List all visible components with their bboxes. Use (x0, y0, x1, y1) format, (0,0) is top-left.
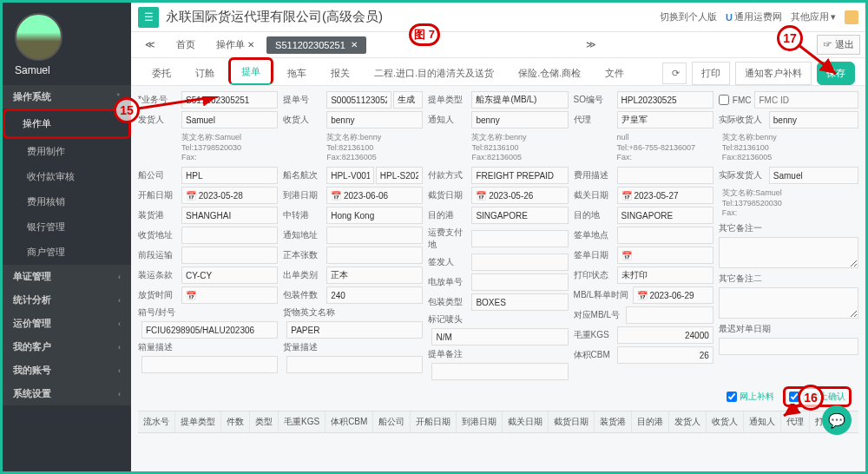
input-telex[interactable] (471, 273, 568, 291)
fmc-checkbox[interactable] (719, 95, 729, 105)
input-fmcid[interactable] (754, 91, 858, 109)
input-deltime[interactable] (181, 286, 278, 304)
notification-icon[interactable] (845, 10, 858, 24)
input-blno-b[interactable] (393, 91, 423, 109)
input-notifyaddr[interactable] (326, 227, 423, 244)
switch-personal-link[interactable]: 切换到个人版 (660, 10, 717, 23)
th-毛重KGS[interactable]: 毛重KGS (279, 411, 326, 432)
th-船公司[interactable]: 船公司 (373, 411, 411, 432)
input-signplace[interactable] (617, 227, 713, 244)
input-terms[interactable] (181, 267, 278, 284)
input-actcnee[interactable] (769, 111, 858, 128)
input-freightpay[interactable] (471, 230, 568, 247)
input-issuetype[interactable] (326, 267, 423, 284)
input-mblfree[interactable] (633, 286, 713, 304)
input-mblmatch[interactable] (626, 306, 713, 324)
input-pkgtype[interactable] (471, 293, 568, 311)
input-signdate[interactable] (617, 247, 713, 264)
other-apps-link[interactable]: 其他应用▾ (791, 10, 836, 23)
nav-item-payment-audit[interactable]: 收付款审核 (3, 164, 131, 189)
input-cntr[interactable] (141, 321, 278, 339)
nav-group-stats[interactable]: 统计分析‹ (3, 288, 131, 312)
input-actshpr[interactable] (769, 167, 858, 184)
ubao-link[interactable]: U通用运费网 (726, 10, 782, 23)
th-截关日期[interactable]: 截关日期 (503, 411, 549, 432)
input-carrier[interactable] (181, 167, 278, 184)
chat-fab[interactable]: 💬 (822, 405, 852, 435)
input-cargodesc[interactable] (286, 356, 423, 373)
input-pod[interactable] (471, 207, 568, 224)
input-agent[interactable] (617, 111, 713, 128)
input-signer[interactable] (471, 253, 568, 271)
input-blno-a[interactable] (326, 91, 391, 109)
input-goodsen[interactable] (286, 321, 423, 339)
nav-item-fee-make[interactable]: 费用制作 (3, 139, 131, 164)
input-pol[interactable] (181, 207, 278, 224)
input-notify[interactable] (471, 111, 568, 128)
input-so[interactable] (617, 91, 713, 109)
input-cutoff[interactable] (471, 187, 568, 204)
th-到港日期[interactable]: 到港日期 (457, 411, 503, 432)
nav-item-bank[interactable]: 银行管理 (3, 214, 131, 240)
nav-item-fee-writeoff[interactable]: 费用核销 (3, 189, 131, 214)
th-体积CBM[interactable]: 体积CBM (326, 411, 373, 432)
input-cntrdesc[interactable] (141, 356, 278, 373)
th-截货日期[interactable]: 截货日期 (549, 411, 595, 432)
print-button[interactable]: 打印 (692, 62, 730, 85)
th-目的港[interactable]: 目的港 (632, 411, 669, 432)
close-icon[interactable]: ✕ (247, 40, 254, 49)
input-rem1[interactable] (719, 237, 858, 268)
tab-nav-last[interactable]: ≫ (577, 36, 605, 54)
th-类型[interactable]: 类型 (250, 411, 279, 432)
input-printst[interactable] (617, 267, 713, 284)
input-consignee[interactable] (326, 111, 423, 128)
th-通知人[interactable]: 通知人 (744, 411, 781, 432)
input-feedesc[interactable] (617, 167, 713, 184)
subtab-entrust[interactable]: 委托 (141, 62, 181, 85)
subtab-2leg[interactable]: 二程.进口.目的港清关及送货 (364, 62, 504, 85)
avatar[interactable] (15, 13, 62, 61)
tab-nav-first[interactable]: ≪ (136, 36, 164, 54)
input-cutdate[interactable] (617, 187, 713, 204)
nav-group-doc[interactable]: 单证管理‹ (3, 265, 131, 288)
nav-group-account[interactable]: 我的账号‹ (3, 359, 131, 382)
input-blremark[interactable] (431, 363, 568, 380)
input-pickaddr[interactable] (181, 227, 278, 244)
subtab-customs[interactable]: 报关 (320, 62, 360, 85)
nav-item-merchant[interactable]: 商户管理 (3, 240, 131, 265)
subtab-insurance[interactable]: 保险.仓储.商检 (508, 62, 591, 85)
subtab-booking[interactable]: 订舱 (185, 62, 225, 85)
tab-home[interactable]: 首页 (168, 35, 204, 55)
nav-item-operate-order[interactable]: 操作单 (3, 109, 131, 139)
input-transit[interactable] (326, 207, 423, 224)
input-dest[interactable] (617, 207, 713, 224)
subtab-trailer[interactable]: 拖车 (277, 62, 317, 85)
nav-group-system[interactable]: 系统设置‹ (3, 382, 131, 405)
chk-online-supplement[interactable]: 网上补料 (727, 386, 774, 407)
menu-toggle-icon[interactable]: ☰ (138, 7, 159, 28)
nav-group-freight[interactable]: 运价管理‹ (3, 312, 131, 335)
input-payway[interactable] (471, 167, 568, 184)
input-cbm[interactable] (617, 346, 713, 364)
th-流水号[interactable]: 流水号 (138, 411, 175, 432)
subtab-file[interactable]: 文件 (595, 62, 635, 85)
input-rem2[interactable] (719, 287, 858, 319)
th-装货港[interactable]: 装货港 (595, 411, 632, 432)
tab-operate-list[interactable]: 操作单 ✕ (207, 35, 263, 55)
input-pkgs[interactable] (326, 286, 423, 304)
input-eta[interactable] (326, 187, 423, 204)
input-pretrans[interactable] (181, 247, 278, 264)
th-件数[interactable]: 件数 (221, 411, 250, 432)
th-收货人[interactable]: 收货人 (707, 411, 744, 432)
th-发货人[interactable]: 发货人 (669, 411, 707, 432)
input-vessel-a[interactable] (326, 167, 374, 184)
input-vessel-b[interactable] (376, 167, 424, 184)
close-icon[interactable]: ✕ (351, 40, 358, 49)
subtab-bl[interactable]: 提单 (228, 57, 273, 85)
nav-group-customer[interactable]: 我的客户‹ (3, 335, 131, 359)
th-开船日期[interactable]: 开船日期 (411, 411, 457, 432)
input-mark[interactable] (431, 328, 568, 346)
input-deadline[interactable] (719, 338, 858, 355)
input-gwkgs[interactable] (617, 326, 713, 344)
th-提单类型[interactable]: 提单类型 (175, 411, 221, 432)
